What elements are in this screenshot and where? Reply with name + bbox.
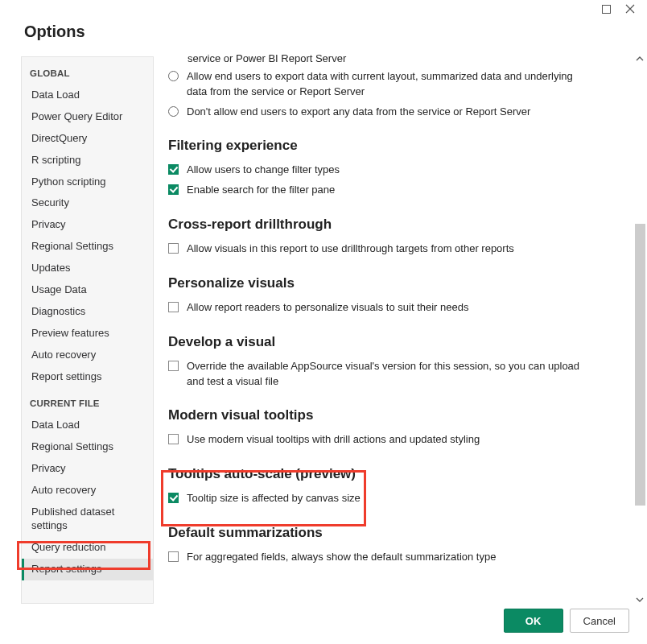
maximize-icon[interactable] xyxy=(600,3,612,14)
option-label: Tooltip size is affected by canvas size xyxy=(187,491,361,506)
sidebar-item-preview-features[interactable]: Preview features xyxy=(22,323,153,345)
export-option-dont-allow[interactable]: Don't allow end users to export any data… xyxy=(165,102,613,122)
option-label: Allow report readers to personalize visu… xyxy=(187,300,468,316)
sidebar: GLOBAL Data Load Power Query Editor Dire… xyxy=(21,56,154,604)
section-develop-visual: Develop a visual xyxy=(168,334,613,350)
content-scrollbar[interactable] xyxy=(633,52,647,607)
checkbox-modern-tooltips[interactable]: Use modern visual tooltips with drill ac… xyxy=(165,430,613,450)
sidebar-item-auto-recovery[interactable]: Auto recovery xyxy=(22,345,153,366)
sidebar-item-updates[interactable]: Updates xyxy=(22,258,153,279)
checkbox-tooltip-auto-scale[interactable]: Tooltip size is affected by canvas size xyxy=(165,489,613,509)
sidebar-section-global: GLOBAL xyxy=(22,57,153,85)
section-modern-tooltips: Modern visual tooltips xyxy=(168,407,613,423)
checkbox-icon[interactable] xyxy=(168,164,179,175)
checkbox-personalize-visuals[interactable]: Allow report readers to personalize visu… xyxy=(165,298,613,318)
sidebar-item-cf-regional-settings[interactable]: Regional Settings xyxy=(22,436,153,458)
export-continued-line: service or Power BI Report Server xyxy=(165,52,613,67)
sidebar-item-python-scripting[interactable]: Python scripting xyxy=(22,171,153,193)
section-filtering-experience: Filtering experience xyxy=(168,138,613,154)
sidebar-item-usage-data[interactable]: Usage Data xyxy=(22,279,153,301)
sidebar-item-report-settings[interactable]: Report settings xyxy=(22,366,153,388)
section-cross-report-drillthrough: Cross-report drillthrough xyxy=(168,217,613,233)
sidebar-item-cf-query-reduction[interactable]: Query reduction xyxy=(22,537,153,559)
sidebar-item-power-query-editor[interactable]: Power Query Editor xyxy=(22,106,153,128)
radio-icon[interactable] xyxy=(168,106,179,117)
sidebar-item-privacy[interactable]: Privacy xyxy=(22,214,153,236)
titlebar xyxy=(0,0,647,18)
scroll-up-icon[interactable] xyxy=(633,52,647,66)
option-label: For aggregated fields, always show the d… xyxy=(187,550,496,565)
option-label: Enable search for the filter pane xyxy=(187,183,335,198)
checkbox-icon[interactable] xyxy=(168,434,179,444)
checkbox-icon[interactable] xyxy=(168,302,179,312)
dialog-footer: OK Cancel xyxy=(504,609,629,633)
checkbox-icon[interactable] xyxy=(168,493,179,503)
section-default-summarizations: Default summarizations xyxy=(168,525,613,541)
sidebar-item-cf-published-dataset-settings[interactable]: Published dataset settings xyxy=(22,502,153,537)
checkbox-icon[interactable] xyxy=(168,361,179,371)
checkbox-allow-change-filter-types[interactable]: Allow users to change filter types xyxy=(165,160,613,180)
option-label: Allow visuals in this report to use dril… xyxy=(187,242,514,257)
sidebar-item-data-load[interactable]: Data Load xyxy=(22,85,153,106)
cancel-button[interactable]: Cancel xyxy=(570,609,629,633)
option-label: Don't allow end users to export any data… xyxy=(187,105,530,120)
sidebar-item-diagnostics[interactable]: Diagnostics xyxy=(22,301,153,323)
checkbox-icon[interactable] xyxy=(168,551,179,562)
sidebar-item-cf-privacy[interactable]: Privacy xyxy=(22,458,153,480)
sidebar-item-security[interactable]: Security xyxy=(22,192,153,214)
ok-button[interactable]: OK xyxy=(504,609,563,633)
checkbox-cross-report-drillthrough[interactable]: Allow visuals in this report to use dril… xyxy=(165,239,613,259)
option-label: Override the available AppSource visual'… xyxy=(187,359,589,390)
dialog-title: Options xyxy=(0,18,647,52)
sidebar-item-cf-data-load[interactable]: Data Load xyxy=(22,415,153,436)
sidebar-item-cf-auto-recovery[interactable]: Auto recovery xyxy=(22,480,153,502)
content-pane: service or Power BI Report Server Allow … xyxy=(165,52,628,607)
sidebar-section-current-file: CURRENT FILE xyxy=(22,387,153,415)
export-option-current-layout[interactable]: Allow end users to export data with curr… xyxy=(165,67,613,102)
close-icon[interactable] xyxy=(624,3,636,14)
option-label: Allow end users to export data with curr… xyxy=(187,69,589,100)
sidebar-item-regional-settings[interactable]: Regional Settings xyxy=(22,236,153,258)
checkbox-enable-search-filter-pane[interactable]: Enable search for the filter pane xyxy=(165,180,613,200)
checkbox-icon[interactable] xyxy=(168,184,179,195)
sidebar-item-cf-report-settings[interactable]: Report settings xyxy=(22,559,153,580)
checkbox-default-summarization[interactable]: For aggregated fields, always show the d… xyxy=(165,547,613,568)
radio-icon[interactable] xyxy=(168,71,179,81)
option-label: Allow users to change filter types xyxy=(187,163,340,178)
section-tooltips-auto-scale: Tooltips auto-scale (preview) xyxy=(168,466,613,482)
checkbox-develop-visual-override[interactable]: Override the available AppSource visual'… xyxy=(165,357,613,392)
option-label: Use modern visual tooltips with drill ac… xyxy=(187,432,480,448)
sidebar-item-directquery[interactable]: DirectQuery xyxy=(22,128,153,150)
scroll-down-icon[interactable] xyxy=(633,592,647,607)
section-personalize-visuals: Personalize visuals xyxy=(168,275,613,291)
checkbox-icon[interactable] xyxy=(168,243,179,254)
sidebar-item-r-scripting[interactable]: R scripting xyxy=(22,150,153,171)
svg-rect-0 xyxy=(602,5,610,13)
scroll-thumb[interactable] xyxy=(635,224,645,506)
